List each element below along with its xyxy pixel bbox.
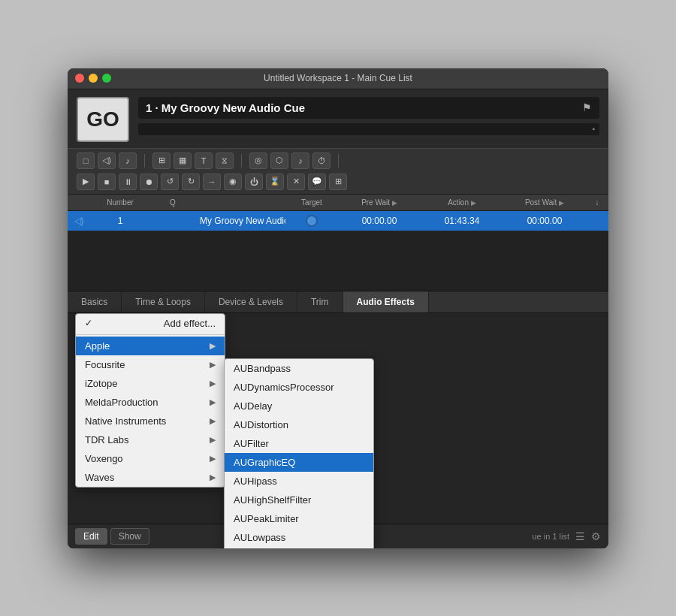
tdr-label: TDR Labs [85,434,129,445]
tab-audio-effects[interactable]: Audio Effects [343,291,429,313]
edit-button[interactable]: Edit [75,528,107,545]
toolbar-network-btn[interactable]: ⬡ [270,152,288,169]
au-bandpass[interactable]: AUBandpass [225,359,373,378]
toolbar-target-btn[interactable]: ◎ [249,152,267,169]
th-action: Action ▶ [421,197,503,208]
toolbar-sep-2 [241,154,242,168]
au-filter[interactable]: AUFilter [225,434,373,453]
toolbar-play-btn[interactable]: ▶ [77,174,95,190]
izotope-arrow: ▶ [210,379,216,388]
add-effect-label: Add effect... [164,318,216,329]
close-button[interactable] [75,74,84,83]
th-postwait: Post Wait ▶ [503,197,586,208]
main-window: Untitled Workspace 1 - Main Cue List GO … [68,68,608,548]
au-distortion[interactable]: AUDistortion [225,415,373,434]
tdr-arrow: ▶ [210,435,216,445]
go-button[interactable]: GO [77,97,129,142]
au-dynamics[interactable]: AUDynamicsProcessor [225,378,373,397]
list-icon[interactable]: ☰ [575,530,585,542]
minimize-button[interactable] [89,74,98,83]
toolbar-slider-btn[interactable]: ⧖ [216,152,234,169]
tab-basics[interactable]: Basics [68,291,122,313]
au-highshelf[interactable]: AUHighShelfFilter [225,491,373,509]
settings-icon[interactable]: ⚙ [591,530,601,542]
toolbar-cue-btn[interactable]: ◉ [224,174,242,190]
show-button[interactable]: Show [110,528,149,545]
toolbar-clock-btn[interactable]: ⌛ [266,174,284,190]
toolbar: □ ◁) ♪ ⊞ ▦ T ⧖ ◎ ⬡ ♪ ⏱ ▶ ■ ⏸ ⏺ ↺ ↻ → ◉ ⏻ [68,148,608,195]
au-graphiceq[interactable]: AUGraphicEQ [225,453,373,472]
toolbar-close-btn[interactable]: ✕ [287,174,305,190]
tab-trim[interactable]: Trim [297,291,343,313]
toolbar-note-btn[interactable]: ♪ [291,152,309,169]
progress-bar: ▪ [138,123,599,135]
focusrite-arrow: ▶ [210,360,216,370]
th-extra: ↓ [586,197,608,208]
au-lowpass[interactable]: AULowpass [225,528,373,547]
toolbar-fwd-btn[interactable]: ↻ [182,174,200,190]
au-peaklimiter[interactable]: AUPeakLimiter [225,509,373,528]
dropdown-native-instruments[interactable]: Native Instruments ▶ [76,412,225,430]
dropdown-izotope[interactable]: iZotope ▶ [76,374,225,393]
dropdown-add-effect[interactable]: Add effect... [76,314,225,333]
toolbar-next-btn[interactable]: → [203,174,221,190]
toolbar-grid2-btn[interactable]: ⊞ [329,174,347,190]
dropdown-melda[interactable]: MeldaProduction ▶ [76,393,225,412]
toolbar-rew-btn[interactable]: ↺ [161,174,179,190]
th-prewait: Pre Wait ▶ [338,197,421,208]
td-q [150,218,195,224]
toolbar-grid-btn[interactable]: ⊞ [152,152,171,169]
tab-time-loops[interactable]: Time & Loops [122,291,205,313]
th-icon [68,197,90,208]
td-prewait: 00:00.00 [338,213,421,229]
window-controls [75,74,111,83]
effects-dropdown: Add effect... Apple ▶ Focusrite ▶ iZotop… [75,313,225,488]
titlebar: Untitled Workspace 1 - Main Cue List [68,68,608,89]
dropdown-waves[interactable]: Waves ▶ [76,468,225,487]
maximize-button[interactable] [102,74,111,83]
td-target [285,212,338,230]
toolbar-group-2: ⊞ ▦ T ⧖ [152,152,234,169]
focusrite-label: Focusrite [85,359,125,370]
cue-display-name: 1 · My Groovy New Audio Cue [146,101,305,114]
toolbar-audio-btn[interactable]: ◁) [98,152,116,169]
th-number: Number [90,197,150,208]
cue-name-bar: 1 · My Groovy New Audio Cue ⚑ [138,97,599,119]
izotope-label: iZotope [85,378,117,389]
toolbar-chat-btn[interactable]: 💬 [308,174,326,190]
toolbar-sep-1 [144,154,145,168]
toolbar-video-btn[interactable]: ▦ [174,152,192,169]
toolbar-mic-btn[interactable]: ♪ [119,152,137,169]
dropdown-tdr[interactable]: TDR Labs ▶ [76,430,225,449]
dropdown-voxengo[interactable]: Voxengo ▶ [76,449,225,468]
au-submenu: AUBandpass AUDynamicsProcessor AUDelay A… [224,358,374,548]
toolbar-stop-btn2[interactable]: ■ [98,174,116,190]
td-number: 1 [90,213,150,229]
toolbar-text-btn[interactable]: T [195,152,213,169]
target-circle [306,215,318,227]
th-target: Target [285,197,338,208]
au-delay[interactable]: AUDelay [225,397,373,415]
header-section: GO 1 · My Groovy New Audio Cue ⚑ ▪ [68,89,608,148]
au-lowshelf[interactable]: AULowShelfFilter [225,547,373,548]
table-header: Number Q Target Pre Wait ▶ Action ▶ Post… [68,195,608,211]
cue-info: 1 · My Groovy New Audio Cue ⚑ ▪ [138,97,599,135]
apple-label: Apple [85,340,110,352]
melda-label: MeldaProduction [85,397,158,408]
dropdown-focusrite[interactable]: Focusrite ▶ [76,355,225,374]
toolbar-group-3: ◎ ⬡ ♪ ⏱ [249,152,330,169]
au-hipass[interactable]: AUHipass [225,472,373,491]
footer-status: ue in 1 list [532,532,569,541]
toolbar-timer-btn[interactable]: ⏱ [312,152,330,169]
dropdown-apple[interactable]: Apple ▶ [76,337,225,355]
toolbar-stop-btn[interactable]: □ [77,152,95,169]
toolbar-pause-btn[interactable]: ⏸ [119,174,137,190]
footer-right: ue in 1 list ☰ ⚙ [532,530,601,542]
progress-options: ▪ [592,125,595,133]
melda-arrow: ▶ [210,397,216,407]
table-row[interactable]: ◁) 1 My Groovy New Audio Cue 00:00.00 01… [68,211,608,231]
toolbar-record-btn[interactable]: ⏺ [140,174,158,190]
tab-device-levels[interactable]: Device & Levels [205,291,297,313]
td-postwait: 00:00.00 [503,213,586,229]
toolbar-power-btn[interactable]: ⏻ [245,174,263,190]
